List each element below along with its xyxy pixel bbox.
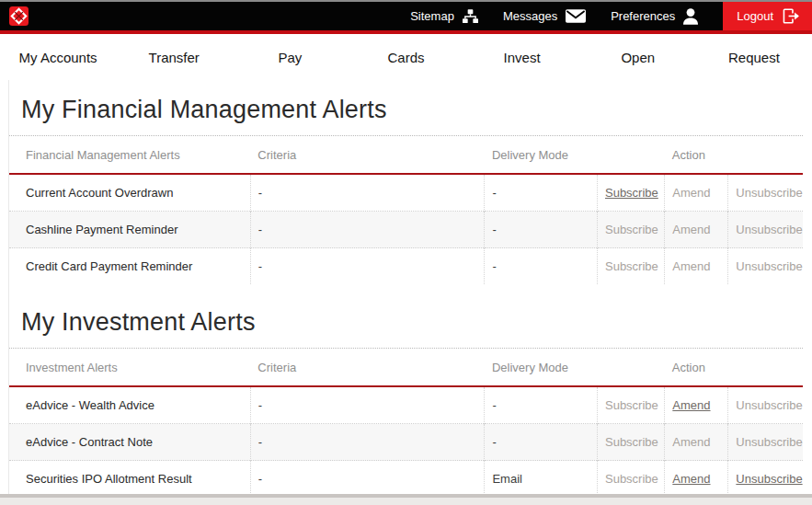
unsubscribe-link: Unsubscribe [736,435,802,449]
page-footer [0,494,812,505]
preferences-link[interactable]: Preferences [611,2,698,30]
column-header-spacer [728,136,803,174]
column-header-criteria: Criteria [250,349,485,386]
delivery-mode-cell: - [485,248,598,285]
footer-band [0,498,812,505]
nav-request[interactable]: Request [696,50,812,65]
alert-name-cell: Current Account Overdrawn [9,174,250,212]
amend-link: Amend [672,435,710,449]
nav-invest[interactable]: Invest [464,50,580,65]
messages-label: Messages [503,9,557,23]
unsubscribe-link: Unsubscribe [736,259,802,273]
main-navigation: My Accounts Transfer Pay Cards Invest Op… [0,34,812,80]
alert-name-cell: Securities IPO Allotment Result [9,461,250,498]
amend-link[interactable]: Amend [672,398,710,412]
amend-link[interactable]: Amend [672,472,710,486]
criteria-cell: - [250,248,485,285]
table-row: eAdvice - Contract Note - - Subscribe Am… [9,424,803,461]
delivery-mode-cell: - [485,424,598,461]
alert-name-cell: eAdvice - Wealth Advice [9,386,250,424]
envelope-icon [566,9,586,23]
table-row: Cashline Payment Reminder - - Subscribe … [9,212,803,248]
subscribe-link: Subscribe [605,435,658,449]
subscribe-link: Subscribe [605,223,658,236]
column-header-action: Action [665,136,728,174]
subscribe-link: Subscribe [605,259,658,273]
column-header-spacer [597,349,664,386]
top-bar: Sitemap Messages Preferences Logout [0,2,812,30]
delivery-mode-cell: - [485,386,598,424]
delivery-mode-cell: - [485,212,598,248]
table-row: Credit Card Payment Reminder - - Subscri… [9,248,803,285]
column-header-alerts: Financial Management Alerts [9,136,250,174]
nav-my-accounts[interactable]: My Accounts [0,50,116,65]
alert-name-cell: Cashline Payment Reminder [9,212,250,248]
column-header-action: Action [665,349,728,386]
delivery-mode-cell: Email [485,461,598,498]
logout-icon [783,8,800,24]
table-header-row: Investment Alerts Criteria Delivery Mode… [9,349,803,386]
financial-alerts-table: Financial Management Alerts Criteria Del… [9,136,803,284]
table-header-row: Financial Management Alerts Criteria Del… [9,136,803,174]
nav-pay[interactable]: Pay [232,50,348,65]
table-row: Securities IPO Allotment Result - Email … [9,461,803,498]
unsubscribe-link: Unsubscribe [736,186,802,200]
logout-label: Logout [737,9,773,23]
criteria-cell: - [250,424,485,461]
logout-button[interactable]: Logout [723,2,812,30]
bank-logo[interactable] [0,2,29,30]
preferences-label: Preferences [611,9,675,23]
criteria-cell: - [250,212,485,248]
alert-name-cell: eAdvice - Contract Note [9,424,250,461]
column-header-criteria: Criteria [250,136,485,174]
column-header-delivery: Delivery Mode [485,136,598,174]
column-header-spacer [597,136,664,174]
amend-link: Amend [672,223,710,236]
column-header-delivery: Delivery Mode [485,349,598,386]
subscribe-link: Subscribe [605,472,658,486]
investment-alerts-title: My Investment Alerts [9,284,803,349]
messages-link[interactable]: Messages [503,2,586,30]
investment-alerts-table: Investment Alerts Criteria Delivery Mode… [9,349,803,497]
subscribe-link[interactable]: Subscribe [605,186,658,200]
financial-alerts-title: My Financial Management Alerts [9,80,803,136]
table-row: eAdvice - Wealth Advice - - Subscribe Am… [9,386,803,424]
criteria-cell: - [250,386,485,424]
criteria-cell: - [250,461,485,498]
sitemap-link[interactable]: Sitemap [410,2,478,30]
column-header-alerts: Investment Alerts [9,349,250,386]
sitemap-icon [463,9,478,24]
nav-open[interactable]: Open [580,50,696,65]
amend-link: Amend [672,186,710,200]
column-header-spacer [728,349,803,386]
nav-transfer[interactable]: Transfer [116,50,232,65]
delivery-mode-cell: - [485,174,598,212]
subscribe-link: Subscribe [605,398,658,412]
amend-link: Amend [672,259,710,273]
user-icon [683,8,698,25]
bank-logo-icon [9,6,29,26]
content-area: My Financial Management Alerts Financial… [8,80,803,497]
sitemap-label: Sitemap [410,9,454,23]
nav-cards[interactable]: Cards [348,50,463,65]
table-row: Current Account Overdrawn - - Subscribe … [9,174,803,212]
criteria-cell: - [250,174,485,212]
unsubscribe-link[interactable]: Unsubscribe [736,472,802,486]
alert-name-cell: Credit Card Payment Reminder [9,248,250,285]
unsubscribe-link: Unsubscribe [736,223,802,236]
unsubscribe-link: Unsubscribe [736,398,802,412]
